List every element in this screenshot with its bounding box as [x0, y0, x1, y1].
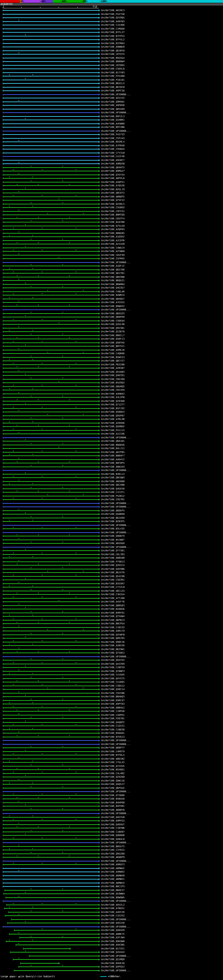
alignment-row[interactable]: UniRef100_C5DXL8: [0, 67, 223, 71]
hit-label[interactable]: UniRef100_C1BFE9: [101, 666, 124, 669]
hit-bar[interactable]: [3, 29, 99, 29]
hit-bar[interactable]: [3, 795, 99, 796]
hit-bar[interactable]: [3, 591, 99, 591]
hit-label[interactable]: UniRef100_B3RC97: [101, 699, 124, 702]
hit-bar[interactable]: [5, 915, 99, 916]
hit-label[interactable]: UniRef100_Q71Z77: [101, 403, 124, 406]
hit-bar[interactable]: [3, 740, 99, 741]
hit-bar[interactable]: [3, 470, 99, 471]
alignment-row[interactable]: UniRef100_C5DE84: [0, 319, 223, 323]
hit-bar[interactable]: [3, 46, 99, 47]
hit-label[interactable]: UniRef100_C6L7B3: [101, 553, 124, 556]
hit-bar[interactable]: [3, 813, 99, 814]
alignment-row[interactable]: UniRef100_A6E6B0: [0, 480, 223, 484]
alignment-row[interactable]: UniRef100_A4HYZ8: [0, 910, 223, 914]
hit-bar[interactable]: [3, 901, 99, 901]
hit-bar[interactable]: [3, 284, 99, 285]
hit-label[interactable]: UniRef100_P25460: [101, 75, 124, 78]
hit-bar[interactable]: [3, 448, 99, 449]
hit-label[interactable]: UniRef100_Q661W1: [101, 440, 124, 443]
alignment-row[interactable]: UniRef100_C5PJ43: [0, 137, 223, 140]
alignment-row[interactable]: UniRef100_Q75F22: [0, 199, 223, 202]
alignment-row[interactable]: UniRef100_B6I9W1: [0, 648, 223, 651]
hit-label[interactable]: UniRef100_Q2GSU4: [101, 951, 124, 954]
hit-bar[interactable]: [3, 733, 99, 733]
hit-label[interactable]: UniRef100_C4M979: [101, 750, 124, 753]
hit-bar[interactable]: [3, 160, 99, 161]
hit-bar[interactable]: [3, 627, 99, 628]
alignment-row[interactable]: UniRef100_A0BVG1: [0, 706, 223, 710]
hit-bar[interactable]: [3, 119, 99, 120]
alignment-row[interactable]: UniRef100_B5WCE3: [0, 356, 223, 360]
hit-bar[interactable]: [3, 715, 99, 716]
hit-label[interactable]: UniRef100_A7NUX1: [101, 907, 124, 910]
hit-label[interactable]: UniRef100_A2QP83: [101, 228, 124, 231]
hit-bar[interactable]: [3, 532, 99, 533]
hit-label[interactable]: UniRef100_Q6DEP5: [101, 509, 124, 512]
hit-label[interactable]: UniRef100_A2R3B7: [101, 367, 124, 370]
hit-label[interactable]: UniRef100_UPI0000...: [101, 111, 130, 115]
hit-label[interactable]: UniRef100_Q4YWF0: [101, 633, 124, 636]
alignment-row[interactable]: UniRef100_Q5VAN3: [0, 370, 223, 374]
hit-bar[interactable]: [3, 412, 99, 412]
hit-bar[interactable]: [3, 426, 99, 427]
hit-label[interactable]: UniRef100_C1MUD8: [101, 27, 124, 30]
hit-bar[interactable]: [3, 288, 99, 288]
hit-label[interactable]: UniRef100_P62280: [101, 363, 124, 366]
alignment-row[interactable]: UniRef100_B2ADG6: [0, 607, 223, 611]
hit-label[interactable]: UniRef100_Q21MQ9: [101, 958, 124, 961]
alignment-row[interactable]: UniRef100_B3S5R7: [0, 582, 223, 586]
hit-bar[interactable]: [3, 131, 99, 131]
hit-label[interactable]: UniRef100_C9FFX1: [101, 210, 124, 213]
hit-bar[interactable]: [3, 514, 99, 514]
hit-bar[interactable]: [3, 631, 99, 631]
hit-bar[interactable]: [3, 883, 99, 883]
hit-bar[interactable]: [3, 598, 99, 599]
alignment-row[interactable]: UniRef100_B2AYN8: [0, 220, 223, 224]
alignment-row[interactable]: UniRef100_Q65766: [0, 268, 223, 272]
alignment-row[interactable]: UniRef100_C9SN44: [0, 147, 223, 151]
hit-bar[interactable]: [3, 452, 99, 453]
hit-label[interactable]: UniRef100_Q05569: [101, 108, 124, 111]
alignment-row[interactable]: UniRef100_Q7ZVU5: [0, 764, 223, 768]
hit-label[interactable]: UniRef100_Q43399: [101, 663, 124, 666]
hit-bar[interactable]: [3, 87, 99, 88]
alignment-row[interactable]: UniRef100_B2B3P5: [0, 520, 223, 523]
alignment-row[interactable]: UniRef100_Q6DEP5: [0, 509, 223, 513]
alignment-row[interactable]: UniRef100_B9WH22: [0, 304, 223, 309]
alignment-row[interactable]: UniRef100_B6JU99: [0, 516, 223, 520]
hit-label[interactable]: UniRef100_A6PXL6: [101, 177, 124, 180]
hit-label[interactable]: UniRef100_A8UHQ5: [101, 385, 124, 388]
hit-label[interactable]: UniRef100_B4MY91: [101, 611, 124, 615]
hit-label[interactable]: UniRef100_UPI0000...: [101, 531, 130, 535]
hit-bar[interactable]: [3, 134, 99, 135]
alignment-row[interactable]: UniRef100_Q4GX58: [0, 487, 223, 491]
alignment-row[interactable]: UniRef100_C4L4R2: [0, 772, 223, 776]
hit-bar[interactable]: [3, 755, 99, 756]
hit-bar[interactable]: [3, 317, 99, 317]
hit-label[interactable]: UniRef100_Q293D0: [101, 400, 124, 403]
hit-label[interactable]: UniRef100_Q4Q5J7: [101, 783, 124, 786]
hit-label[interactable]: UniRef100_Q43DL5: [101, 203, 124, 206]
hit-bar[interactable]: [3, 704, 99, 704]
hit-label[interactable]: UniRef100_B9W9W5: [101, 896, 124, 899]
hit-label[interactable]: UniRef100_UPI0000...: [101, 860, 130, 863]
alignment-row[interactable]: UniRef100_B4UE38: [0, 962, 223, 966]
hit-label[interactable]: UniRef100_C6K160: [101, 378, 124, 381]
hit-bar[interactable]: [29, 956, 99, 956]
alignment-row[interactable]: UniRef100_Q5B8E4: [0, 410, 223, 414]
alignment-row[interactable]: UniRef100_Q17IE1: [0, 947, 223, 951]
hit-label[interactable]: UniRef100_A3LXP0: [101, 396, 124, 399]
hit-label[interactable]: UniRef100_UPI0000...: [101, 969, 130, 972]
alignment-row[interactable]: UniRef100_A9P0X6: [0, 103, 223, 107]
alignment-row[interactable]: UniRef100_B7FGL2: [0, 38, 223, 42]
alignment-row[interactable]: UniRef100_UPI0000...: [0, 743, 223, 746]
alignment-row[interactable]: UniRef100_A6YP05: [0, 450, 223, 454]
hit-bar[interactable]: [3, 21, 99, 22]
hit-label[interactable]: UniRef100_B8MTQ9: [101, 213, 124, 216]
hit-label[interactable]: UniRef100_Q9GZ88: [101, 853, 124, 856]
hit-label[interactable]: UniRef100_O73666: [101, 794, 124, 797]
hit-bar[interactable]: [3, 372, 99, 372]
hit-label[interactable]: UniRef100_C1BPG6: [101, 710, 124, 713]
hit-bar[interactable]: [3, 518, 99, 518]
